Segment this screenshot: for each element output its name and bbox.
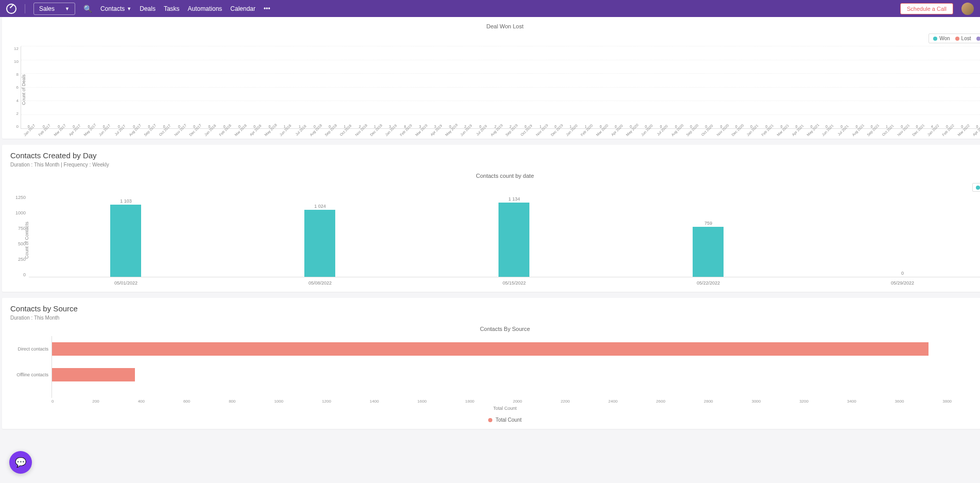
card-contacts-by-day: Contacts Created by Day Duration : This … [2,145,980,292]
deal-won-lost-chart: Count of Deals 121086420 000000000000000… [10,46,980,132]
nav-automations[interactable]: Automations [188,5,222,12]
contacts-by-source-chart: Direct contactsOffline contacts [10,336,980,398]
card-deal-won-lost: ≡ Deal Won Lost Won Lost Open Count of D… [2,17,980,139]
left-column: ≡ Deal Won Lost Won Lost Open Count of D… [0,17,980,451]
card-title: Contacts Created by Day [10,151,980,160]
app-logo-icon[interactable] [6,4,16,14]
card-title: Contacts by Source [10,304,980,313]
nav-deals[interactable]: Deals [140,5,156,12]
card-contacts-by-source: Contacts by Source Duration : This Month… [2,298,980,429]
dashboard: ≡ Deal Won Lost Won Lost Open Count of D… [0,17,980,451]
nav-divider [25,4,25,13]
chevron-down-icon: ▼ [127,6,131,11]
legend-won: Won [939,36,950,41]
user-avatar[interactable] [961,3,974,15]
legend: Count [10,183,980,192]
schedule-call-button[interactable]: Schedule a Call [900,3,953,14]
legend-total: Total Count [495,417,522,423]
chevron-down-icon: ▼ [65,6,70,11]
search-icon[interactable]: 🔍 [83,5,92,13]
chart-title: Contacts count by date [10,173,980,179]
legend-lost: Lost [961,36,971,41]
nav-contacts[interactable]: Contacts ▼ [100,5,131,12]
legend: Won Lost Open [929,34,980,43]
chart-title: Deal Won Lost [10,23,980,29]
nav-more-icon[interactable]: ••• [264,5,270,12]
navbar: Sales ▼ 🔍 Contacts ▼ Deals Tasks Automat… [0,0,980,17]
nav-tasks[interactable]: Tasks [164,5,180,12]
x-axis-label: Total Count [10,406,980,411]
card-subtitle: Duration : This Month | Frequency : Week… [10,162,980,168]
module-selector[interactable]: Sales ▼ [33,3,75,15]
module-selector-label: Sales [39,5,55,12]
card-subtitle: Duration : This Month [10,315,980,321]
contacts-by-day-chart: Count of Contacts 125010007505002500 1 1… [10,195,980,286]
legend: Total Count [10,417,980,423]
nav-calendar[interactable]: Calendar [230,5,255,12]
chart-title: Contacts By Source [10,326,980,332]
